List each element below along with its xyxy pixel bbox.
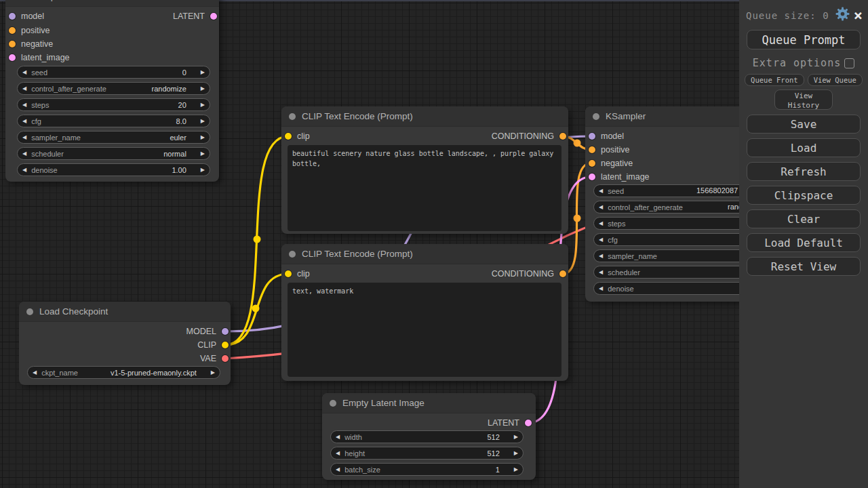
port-dot-negative[interactable] <box>589 160 595 167</box>
arrow-left-icon[interactable]: ◀ <box>594 204 608 210</box>
node-title-bar[interactable]: Empty Latent Image <box>322 393 536 413</box>
prompt-text-area[interactable]: text, watermark <box>288 283 561 377</box>
arrow-left-icon[interactable]: ◀ <box>331 466 344 472</box>
refresh-button[interactable]: Refresh <box>747 162 861 181</box>
port-dot-model-out[interactable] <box>222 328 229 335</box>
view-queue-button[interactable]: View Queue <box>808 74 863 86</box>
settings-gear-icon[interactable] <box>835 7 850 24</box>
reset-view-button[interactable]: Reset View <box>747 257 861 276</box>
widget-width[interactable]: ◀ width 512 ▶ <box>330 430 524 443</box>
port-dot-latent-image[interactable] <box>589 174 595 180</box>
widget-seed[interactable]: ◀ seed 0 ▶ <box>17 66 210 79</box>
node-ksampler-left[interactable]: KSampler model positive negative latent_… <box>5 0 219 182</box>
port-dot-latent-out[interactable] <box>525 420 532 426</box>
arrow-right-icon[interactable]: ▶ <box>196 167 210 173</box>
widget-ckpt-name[interactable]: ◀ ckpt_name v1-5-pruned-emaonly.ckpt ▶ <box>27 366 220 379</box>
arrow-left-icon[interactable]: ◀ <box>594 237 608 243</box>
save-button[interactable]: Save <box>747 115 861 134</box>
output-port-vae[interactable]: VAE <box>200 352 229 365</box>
arrow-left-icon[interactable]: ◀ <box>331 450 344 456</box>
node-load-checkpoint[interactable]: Load Checkpoint MODEL CLIP VAE ◀ ckpt_na… <box>19 302 231 385</box>
arrow-right-icon[interactable]: ▶ <box>196 102 210 108</box>
load-default-button[interactable]: Load Default <box>747 233 861 252</box>
input-port-latent-image[interactable]: latent_image <box>9 51 70 64</box>
arrow-left-icon[interactable]: ◀ <box>18 69 31 75</box>
collapse-dot-icon[interactable] <box>330 400 336 407</box>
port-dot-vae-out[interactable] <box>222 355 229 362</box>
input-port-clip[interactable]: clip <box>285 129 310 143</box>
port-dot-clip[interactable] <box>285 133 292 140</box>
arrow-left-icon[interactable]: ◀ <box>28 369 41 375</box>
node-empty-latent-image[interactable]: Empty Latent Image LATENT ◀ width 512 ▶ … <box>322 393 536 480</box>
graph-canvas[interactable]: KSampler model positive negative latent_… <box>0 0 868 488</box>
queue-prompt-button[interactable]: Queue Prompt <box>747 30 861 49</box>
arrow-right-icon[interactable]: ▶ <box>509 450 523 456</box>
widget-denoise[interactable]: ◀ denoise 1.00 ▶ <box>17 163 210 176</box>
collapse-dot-icon[interactable] <box>289 113 296 120</box>
port-dot-negative[interactable] <box>9 41 16 47</box>
output-port-model[interactable]: MODEL <box>186 325 229 338</box>
input-port-model[interactable]: model <box>589 129 624 143</box>
arrow-left-icon[interactable]: ◀ <box>594 269 608 275</box>
prompt-text-area[interactable]: beautiful scenery nature glass bottle la… <box>288 145 561 231</box>
port-dot-latent-out[interactable] <box>210 13 217 20</box>
extra-options-checkbox[interactable] <box>844 58 854 68</box>
arrow-left-icon[interactable]: ◀ <box>18 150 31 157</box>
arrow-left-icon[interactable]: ◀ <box>594 220 608 226</box>
view-history-button[interactable]: View History <box>774 89 833 110</box>
widget-sampler-name[interactable]: ◀ sampler_name euler ▶ <box>17 131 210 144</box>
arrow-right-icon[interactable]: ▶ <box>196 150 210 157</box>
arrow-right-icon[interactable]: ▶ <box>509 434 523 440</box>
port-dot-model[interactable] <box>589 133 595 140</box>
port-dot-positive[interactable] <box>9 27 16 34</box>
node-title-bar[interactable]: CLIP Text Encode (Prompt) <box>281 106 568 127</box>
port-dot-conditioning-out[interactable] <box>559 133 566 140</box>
arrow-right-icon[interactable]: ▶ <box>206 369 220 375</box>
clipspace-button[interactable]: Clipspace <box>747 186 861 205</box>
arrow-left-icon[interactable]: ◀ <box>18 167 31 173</box>
port-dot-conditioning-out[interactable] <box>559 270 566 277</box>
output-port-latent[interactable]: LATENT <box>488 416 532 430</box>
port-dot-latent-image[interactable] <box>9 54 16 61</box>
input-port-negative[interactable]: negative <box>589 157 633 170</box>
collapse-dot-icon[interactable] <box>593 113 599 120</box>
output-port-latent[interactable]: LATENT <box>173 9 217 23</box>
port-dot-model[interactable] <box>9 13 16 20</box>
node-title-bar[interactable]: CLIP Text Encode (Prompt) <box>281 244 568 264</box>
arrow-left-icon[interactable]: ◀ <box>18 118 31 124</box>
close-icon[interactable]: × <box>854 10 863 21</box>
input-port-latent-image[interactable]: latent_image <box>589 170 650 184</box>
arrow-left-icon[interactable]: ◀ <box>594 285 608 291</box>
input-port-positive[interactable]: positive <box>9 24 50 37</box>
input-port-clip[interactable]: clip <box>285 267 310 281</box>
arrow-left-icon[interactable]: ◀ <box>18 102 31 108</box>
arrow-left-icon[interactable]: ◀ <box>18 134 31 140</box>
input-port-negative[interactable]: negative <box>9 37 53 51</box>
node-title-bar[interactable]: Load Checkpoint <box>19 302 231 322</box>
collapse-dot-icon[interactable] <box>289 251 296 258</box>
arrow-right-icon[interactable]: ▶ <box>196 118 210 124</box>
widget-steps[interactable]: ◀ steps 20 ▶ <box>17 98 210 111</box>
arrow-right-icon[interactable]: ▶ <box>196 69 210 75</box>
arrow-left-icon[interactable]: ◀ <box>594 188 608 194</box>
arrow-right-icon[interactable]: ▶ <box>509 466 523 472</box>
input-port-model[interactable]: model <box>9 9 44 23</box>
arrow-right-icon[interactable]: ▶ <box>196 134 210 140</box>
port-dot-clip-out[interactable] <box>222 342 229 348</box>
arrow-right-icon[interactable]: ▶ <box>196 85 210 92</box>
node-clip-text-encode-negative[interactable]: CLIP Text Encode (Prompt) clip CONDITION… <box>281 244 568 381</box>
widget-scheduler[interactable]: ◀ scheduler normal ▶ <box>17 147 210 160</box>
widget-cfg[interactable]: ◀ cfg 8.0 ▶ <box>17 115 210 127</box>
queue-front-button[interactable]: Queue Front <box>745 74 804 86</box>
port-dot-clip[interactable] <box>285 270 292 277</box>
output-port-conditioning[interactable]: CONDITIONING <box>492 129 566 143</box>
load-button[interactable]: Load <box>747 138 861 157</box>
node-title-bar[interactable]: KSampler <box>5 0 219 7</box>
output-port-clip[interactable]: CLIP <box>197 338 229 352</box>
arrow-left-icon[interactable]: ◀ <box>18 85 31 92</box>
collapse-dot-icon[interactable] <box>26 308 33 315</box>
output-port-conditioning[interactable]: CONDITIONING <box>492 267 566 281</box>
port-dot-positive[interactable] <box>589 146 595 153</box>
widget-height[interactable]: ◀ height 512 ▶ <box>330 447 524 460</box>
widget-batch-size[interactable]: ◀ batch_size 1 ▶ <box>330 463 524 476</box>
